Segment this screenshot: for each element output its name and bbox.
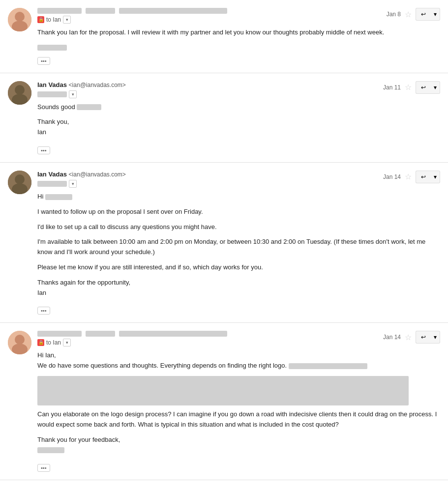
email-item-4: 🔒 to Ian ▾ Jan 14 ☆ ↩ ▾ Hi Ian,We do hav… <box>0 323 448 480</box>
sender-info-3: Ian Vadas <ian@ianvadas.com> ▾ <box>37 171 126 188</box>
email-item-1: 🔒 to Ian ▾ Jan 8 ☆ ↩ ▾ Thank you Ian for… <box>0 0 448 73</box>
sender-name-3: Ian Vadas <box>37 171 67 178</box>
to-line-1: 🔒 to Ian ▾ <box>37 16 227 24</box>
body-thanks-4: Thank you for your feedback, <box>37 435 440 456</box>
redacted-to-2 <box>37 91 67 97</box>
body-text-sounds: Sounds good <box>37 102 440 113</box>
email-header-3: Ian Vadas <ian@ianvadas.com> ▾ Jan 14 ☆ … <box>37 171 440 188</box>
email-content-2: Ian Vadas <ian@ianvadas.com> ▾ Jan 11 ☆ … <box>37 81 440 154</box>
expand-dots-2[interactable]: ••• <box>37 146 50 154</box>
email-header-2: Ian Vadas <ian@ianvadas.com> ▾ Jan 11 ☆ … <box>37 81 440 98</box>
header-actions-2: Jan 11 ☆ ↩ ▾ <box>383 81 440 94</box>
expand-dots-1[interactable]: ••• <box>37 57 50 65</box>
lock-icon-4: 🔒 <box>37 339 44 346</box>
date-3: Jan 14 <box>383 173 401 180</box>
sender-redacted-row-4 <box>37 331 227 337</box>
redacted-sounds <box>77 104 101 110</box>
body-hi-ian: Hi Ian,We do have some questions and tho… <box>37 350 440 371</box>
star-button-1[interactable]: ☆ <box>404 9 413 20</box>
email-content-1: 🔒 to Ian ▾ Jan 8 ☆ ↩ ▾ Thank you Ian for… <box>37 8 440 65</box>
body-letmeknow: Please let me know if you are still inte… <box>37 262 440 273</box>
reply-button-3[interactable]: ↩ <box>416 171 431 183</box>
expand-dots-4[interactable]: ••• <box>37 464 50 472</box>
email-body-1: Thank you Ian for the proposal. I will r… <box>37 28 440 53</box>
email-header-1: 🔒 to Ian ▾ Jan 8 ☆ ↩ ▾ <box>37 8 440 24</box>
email-item-3: Ian Vadas <ian@ianvadas.com> ▾ Jan 14 ☆ … <box>0 163 448 323</box>
svg-point-10 <box>15 335 25 345</box>
star-button-2[interactable]: ☆ <box>404 82 413 93</box>
body-call: I'd like to set up a call to discuss any… <box>37 222 440 232</box>
more-button-1[interactable]: ▾ <box>431 8 440 21</box>
sender-redacted-row-1 <box>37 8 227 14</box>
reply-button-2[interactable]: ↩ <box>416 81 431 94</box>
sender-name-2: Ian Vadas <box>37 81 67 88</box>
svg-point-1 <box>15 12 25 22</box>
to-text-1: to Ian <box>46 16 61 23</box>
to-line-2: ▾ <box>37 90 126 98</box>
body-text-1: Thank you Ian for the proposal. I will r… <box>37 28 440 38</box>
body-hi-3: Hi <box>37 192 440 202</box>
reply-more-group-4: ↩ ▾ <box>416 331 440 344</box>
more-button-2[interactable]: ▾ <box>431 81 440 94</box>
star-button-4[interactable]: ☆ <box>404 332 413 343</box>
header-actions-4: Jan 14 ☆ ↩ ▾ <box>383 331 440 344</box>
redacted-body-1 <box>37 45 67 51</box>
redacted-sender-detail2-4 <box>119 331 227 337</box>
email-content-3: Ian Vadas <ian@ianvadas.com> ▾ Jan 14 ☆ … <box>37 171 440 315</box>
email-body-3: Hi I wanted to follow up on the proposal… <box>37 192 440 298</box>
sender-email-2: <ian@ianvadas.com> <box>69 82 126 88</box>
redacted-signature-4 <box>37 447 64 453</box>
sender-info-4: 🔒 to Ian ▾ <box>37 331 227 346</box>
redacted-sender-name <box>37 8 82 14</box>
email-body-4: Hi Ian,We do have some questions and tho… <box>37 350 440 455</box>
to-dropdown-1[interactable]: ▾ <box>63 16 71 24</box>
sender-email-3: <ian@ianvadas.com> <box>69 171 126 178</box>
body-followup: I wanted to follow up on the proposal I … <box>37 207 440 217</box>
reply-button-1[interactable]: ↩ <box>416 8 431 21</box>
sender-info-2: Ian Vadas <ian@ianvadas.com> ▾ <box>37 81 126 98</box>
expand-dots-3[interactable]: ••• <box>37 307 50 315</box>
to-line-3: ▾ <box>37 180 126 188</box>
svg-point-7 <box>15 174 25 184</box>
to-dropdown-4[interactable]: ▾ <box>63 339 71 346</box>
header-actions-1: Jan 8 ☆ ↩ ▾ <box>387 8 440 21</box>
sender-name-row-2: Ian Vadas <ian@ianvadas.com> <box>37 81 126 88</box>
more-button-3[interactable]: ▾ <box>431 171 440 183</box>
avatar-person2 <box>8 331 31 354</box>
redacted-sender-detail-4 <box>86 331 115 337</box>
sender-name-row-3: Ian Vadas <ian@ianvadas.com> <box>37 171 126 178</box>
email-content-4: 🔒 to Ian ▾ Jan 14 ☆ ↩ ▾ Hi Ian,We do hav… <box>37 331 440 472</box>
redacted-to-3 <box>37 181 67 187</box>
redacted-hi-name <box>45 194 72 200</box>
svg-point-4 <box>15 85 25 95</box>
reply-more-group-3: ↩ ▾ <box>416 171 440 183</box>
date-4: Jan 14 <box>383 334 401 341</box>
date-2: Jan 11 <box>383 84 401 91</box>
avatar-ian-1 <box>8 81 31 105</box>
more-button-4[interactable]: ▾ <box>431 331 440 344</box>
email-thread: 🔒 to Ian ▾ Jan 8 ☆ ↩ ▾ Thank you Ian for… <box>0 0 448 480</box>
lock-icon-1: 🔒 <box>37 16 44 23</box>
avatar-ian-2 <box>8 171 31 194</box>
sender-info-1: 🔒 to Ian ▾ <box>37 8 227 24</box>
redacted-sender-detail <box>86 8 115 14</box>
email-header-4: 🔒 to Ian ▾ Jan 14 ☆ ↩ ▾ <box>37 331 440 346</box>
redacted-sender-detail2 <box>119 8 227 14</box>
body-available: I'm available to talk between 10:00 am a… <box>37 237 440 258</box>
email-item-2: Ian Vadas <ian@ianvadas.com> ▾ Jan 11 ☆ … <box>0 73 448 163</box>
to-text-4: to Ian <box>46 339 61 346</box>
redacted-logo-text <box>289 363 367 369</box>
reply-more-group-2: ↩ ▾ <box>416 81 440 94</box>
reply-button-4[interactable]: ↩ <box>416 331 431 344</box>
to-dropdown-2[interactable]: ▾ <box>69 90 77 98</box>
body-elaborate: Can you elaborate on the logo design pro… <box>37 409 440 430</box>
to-line-4: 🔒 to Ian ▾ <box>37 339 227 346</box>
body-text-thanks-2: Thank you,Ian <box>37 117 440 138</box>
body-thanks-3: Thanks again for the opportunity,Ian <box>37 278 440 298</box>
to-dropdown-3[interactable]: ▾ <box>69 180 77 188</box>
avatar-person1 <box>8 8 31 31</box>
date-1: Jan 8 <box>387 11 401 18</box>
star-button-3[interactable]: ☆ <box>404 171 413 182</box>
redacted-image-block-4 <box>37 376 409 405</box>
header-actions-3: Jan 14 ☆ ↩ ▾ <box>383 171 440 183</box>
